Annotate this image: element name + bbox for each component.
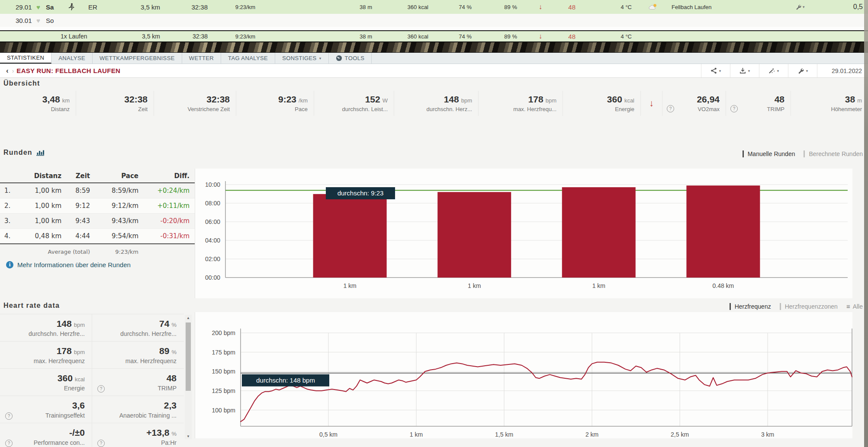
table-row[interactable]: 4.0,48 km4:449:54/km-0:31/km bbox=[0, 229, 195, 244]
heart-stats-scrollbar[interactable]: ▲ ▼ bbox=[185, 315, 192, 439]
help-icon[interactable]: ? bbox=[97, 440, 105, 447]
overview-stat-energie: 360kcalEnergie bbox=[563, 91, 640, 116]
svg-text:100 bpm: 100 bpm bbox=[212, 407, 235, 414]
svg-text:150 bpm: 150 bpm bbox=[212, 368, 235, 375]
stat-label: Höhenmeter bbox=[831, 106, 862, 112]
segment-marker bbox=[730, 303, 731, 310]
lap-num: 4. bbox=[0, 232, 16, 240]
lap-distance: 0,48 km bbox=[16, 232, 61, 240]
hr-button-herzfrequenz[interactable]: Herzfrequenz bbox=[730, 303, 771, 310]
summary-distance: 3,5 km bbox=[117, 31, 160, 42]
back-chevron-icon[interactable]: ‹ bbox=[6, 67, 9, 75]
tab-label: SONSTIGES bbox=[282, 55, 316, 61]
scroll-up-icon[interactable]: ▲ bbox=[186, 315, 190, 321]
stat-label: max. Herzfrequenz bbox=[34, 358, 85, 364]
lap-pace: 9:43/km bbox=[90, 217, 138, 225]
stat-unit: % bbox=[171, 349, 177, 355]
svg-text:125 bpm: 125 bpm bbox=[212, 387, 235, 394]
overview-stat-höhenmeter: 38mHöhenmeter bbox=[791, 91, 868, 116]
help-icon[interactable]: ? bbox=[730, 105, 738, 112]
tab-analyse[interactable]: ANALYSE bbox=[51, 53, 93, 64]
calendar-week-summary-row: 1x Laufen 3,5 km 32:38 9:23/km 38 m 360 … bbox=[0, 31, 868, 42]
svg-text:0,5 km: 0,5 km bbox=[319, 431, 338, 438]
overview-stat-vo2max: 26,94VO2max? bbox=[662, 91, 726, 116]
help-icon[interactable]: ? bbox=[667, 105, 674, 112]
wrench-icon bbox=[797, 67, 804, 74]
stat-value: 32:38 bbox=[124, 94, 148, 105]
laps-button-berechnete-runden[interactable]: Berechnete Runden bbox=[804, 150, 863, 157]
calendar-row-empty[interactable]: 30.01 ♥ So bbox=[0, 14, 868, 27]
table-row[interactable]: 2.1,00 km9:129:12/km+0:11/km bbox=[0, 198, 195, 214]
scrollbar-thumb[interactable] bbox=[186, 322, 191, 391]
stat-value: 360 bbox=[607, 94, 622, 105]
breadcrumb-bar: ‹ › EASY RUN: FELLBACH LAUFEN ▾ ▾ ▾ ▾ 29… bbox=[0, 64, 868, 78]
trend-down-icon: ↓ bbox=[536, 0, 545, 14]
heart-stat-row: 3,6Trainingseffekt?2,3Anaerobic Training… bbox=[0, 396, 184, 423]
tab-tag-analyse[interactable]: TAG ANALYSE bbox=[221, 53, 275, 64]
calendar-row-activity[interactable]: 29.01 ♥ Sa ER 3,5 km 32:38 9:23/km 38 m … bbox=[0, 0, 868, 14]
tab-wetter[interactable]: WETTER bbox=[182, 53, 221, 64]
hr-button-alle[interactable]: ≡Alle bbox=[846, 303, 863, 310]
activity-temp: 4 °C bbox=[604, 0, 632, 14]
stat-label: Performance con... bbox=[34, 439, 85, 446]
download-button[interactable]: ▾ bbox=[730, 64, 759, 77]
trend-down-icon: ↓ bbox=[649, 98, 654, 109]
menu-icon: ≡ bbox=[846, 303, 850, 310]
stat-label: TRIMP bbox=[767, 106, 784, 112]
stat-unit: % bbox=[171, 431, 177, 437]
svg-text:200 bpm: 200 bpm bbox=[212, 329, 235, 336]
svg-text:1 km: 1 km bbox=[592, 282, 605, 289]
tab-tools[interactable]: TOOLS bbox=[329, 53, 372, 64]
lap-info-link[interactable]: i Mehr Informationen über deine Runden bbox=[6, 261, 131, 268]
lap-pace: 8:59/km bbox=[90, 187, 138, 195]
table-row[interactable]: 3.1,00 km9:439:43/km-0:20/km bbox=[0, 214, 195, 229]
help-icon[interactable]: ? bbox=[97, 385, 105, 393]
scroll-down-icon[interactable]: ▼ bbox=[186, 433, 190, 439]
help-icon[interactable]: ? bbox=[5, 412, 13, 420]
heart-rate-line-chart[interactable]: 100 bpm125 bpm150 bpm175 bpm200 bpm0,5 k… bbox=[195, 324, 852, 439]
stat-value: 89 bbox=[159, 346, 169, 356]
lap-diff: -0:31/km bbox=[138, 232, 190, 240]
overview-stat-trimp: 48TRIMP? bbox=[726, 91, 791, 116]
edit-tools-button[interactable]: ▾ bbox=[759, 64, 788, 77]
tab-wettkampfergebnisse[interactable]: WETTKAMPFERGEBNISSE bbox=[93, 53, 182, 64]
stat-unit: bpm bbox=[74, 322, 85, 328]
activity-settings-button[interactable]: ▾ bbox=[795, 0, 805, 14]
heart-rate-view-buttons: HerzfrequenzHerzfrequenzzonen≡Alle bbox=[721, 303, 863, 310]
lap-diff: +0:11/km bbox=[138, 202, 190, 210]
activity-date[interactable]: 29.01.2022 bbox=[817, 64, 868, 77]
settings-button[interactable]: ▾ bbox=[788, 64, 817, 77]
activity-trimp: 48 bbox=[557, 0, 575, 14]
stat-value: +13,8 bbox=[146, 428, 169, 438]
heart-stat-row: 360kcalEnergie48TRIMP? bbox=[0, 368, 184, 396]
help-icon[interactable]: ? bbox=[5, 440, 13, 447]
runner-icon bbox=[68, 0, 75, 14]
activity-title[interactable]: Fellbach Laufen bbox=[672, 0, 712, 14]
hr-button-herzfrequenzzonen[interactable]: Herzfrequenzzonen bbox=[780, 303, 838, 310]
tab-sonstiges[interactable]: SONSTIGES▾ bbox=[275, 53, 328, 64]
table-row[interactable]: 1.1,00 km8:598:59/km+0:24/km bbox=[0, 183, 195, 198]
heart-stat-durchschn-herzfre-: 148bpmdurchschn. Herzfre... bbox=[0, 314, 92, 341]
svg-text:06:00: 06:00 bbox=[205, 218, 220, 225]
calendar-date: 29.01 bbox=[16, 0, 32, 14]
vo2max-trend-down-icon: ↓ bbox=[640, 91, 662, 116]
activity-energy: 360 kcal bbox=[389, 0, 428, 14]
lap-info-text: Mehr Informationen über deine Runden bbox=[17, 261, 131, 268]
lap-diff: -0:20/km bbox=[138, 217, 190, 225]
tab-label: STATISTIKEN bbox=[7, 54, 44, 61]
lap-pace-bar-chart[interactable]: 00:0002:0004:0006:0008:0010:001 km1 km1 … bbox=[195, 178, 852, 297]
svg-text:1,5 km: 1,5 km bbox=[495, 431, 513, 438]
stat-value: 74 bbox=[159, 319, 169, 329]
tab-statistiken[interactable]: STATISTIKEN bbox=[0, 53, 51, 64]
laps-button-manuelle-runden[interactable]: Manuelle Runden bbox=[743, 150, 795, 157]
svg-text:04:00: 04:00 bbox=[205, 237, 220, 244]
stat-unit: km bbox=[62, 97, 70, 104]
stat-label: VO2max bbox=[698, 106, 720, 112]
wrench-icon bbox=[795, 4, 801, 10]
segment-label: Herzfrequenzzonen bbox=[785, 303, 838, 310]
info-icon: i bbox=[6, 261, 13, 268]
lap-chart-icon[interactable] bbox=[36, 150, 45, 156]
share-button[interactable]: ▾ bbox=[701, 64, 730, 77]
lap-time: 9:43 bbox=[61, 217, 90, 225]
lap-average-value: 9:23/km bbox=[90, 249, 138, 255]
